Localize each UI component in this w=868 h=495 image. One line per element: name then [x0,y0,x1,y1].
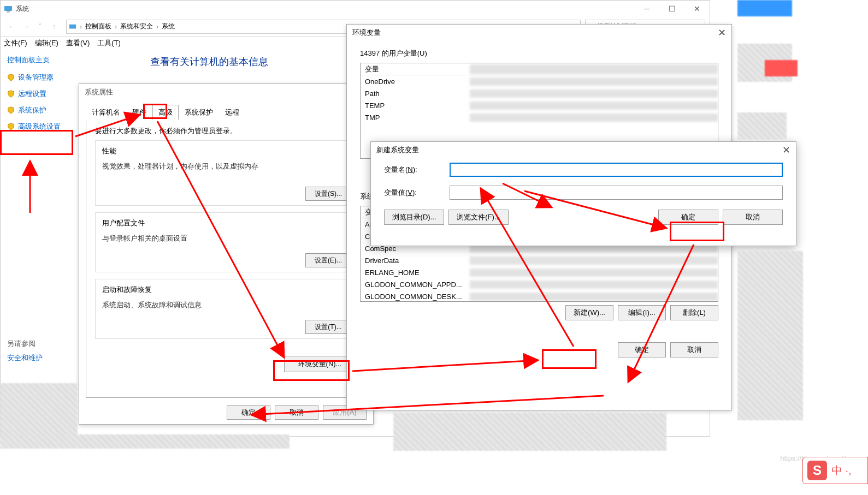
minimize-button[interactable]: ─ [634,1,659,17]
tab-remote[interactable]: 远程 [219,105,245,120]
menu-file[interactable]: 文件(F) [4,38,27,48]
browse-directory-button[interactable]: 浏览目录(D)... [384,210,444,225]
sidebar-item-label: 设备管理器 [18,73,54,82]
ime-badge[interactable]: S 中 ·, [802,457,868,484]
startup-recovery-group: 启动和故障恢复 系统启动、系统故障和调试信息 设置(T)... [95,279,357,339]
breadcrumb-root[interactable]: 控制面板 [85,22,111,31]
variable-value-label: 变量值(V): [384,188,450,198]
ok-button[interactable]: 确定 [227,405,270,420]
group-title: 用户配置文件 [102,218,350,228]
security-maintenance-link[interactable]: 安全和维护 [7,353,70,363]
back-button[interactable]: ← [5,20,18,33]
variable-name-input[interactable] [450,163,783,177]
close-icon[interactable]: ✕ [718,27,726,39]
maximize-button[interactable]: ☐ [659,1,684,17]
new-button[interactable]: 新建(W)... [565,305,613,320]
sidebar-remote-settings[interactable]: 远程设置 [7,89,70,99]
list-row: ERLANG_HOMExxxxxxxxx [361,266,718,278]
tab-advanced[interactable]: 高级 [152,105,179,120]
new-system-variable-dialog: 新建系统变量 ✕ 变量名(N): 变量值(V): 浏览目录(D)... 浏览文件… [370,141,796,246]
edit-button[interactable]: 编辑(I)... [618,305,666,320]
list-row: TEMPxxxxxxxxxxxxxxxxxxxxxxxx [361,99,718,111]
variable-value-row: 变量值(V): [371,181,796,204]
system-icon [69,23,76,31]
dialog-buttons: 确定 取消 [347,342,731,365]
ok-button[interactable]: 确定 [658,210,718,225]
breadcrumb-leaf[interactable]: 系统 [162,22,175,31]
sidebar: 控制面板主页 设备管理器 远程设置 系统保护 高级系统设置 另请参阅 安全和维护 [1,50,77,436]
control-panel-home[interactable]: 控制面板主页 [7,55,70,65]
user-profiles-group: 用户配置文件 与登录帐户相关的桌面设置 设置(E)... [95,212,357,272]
variable-name-row: 变量名(N): [371,158,796,181]
window-title: 系统 [16,4,29,14]
user-vars-label: 14397 的用户变量(U) [360,49,718,58]
cancel-button[interactable]: 取消 [275,405,318,420]
menu-view[interactable]: 查看(V) [66,38,90,48]
tab-hardware[interactable]: 硬件 [126,105,152,120]
svg-rect-1 [7,11,10,13]
tabs: 计算机名 硬件 高级 系统保护 远程 [79,100,373,120]
group-title: 性能 [102,146,350,156]
sidebar-item-label: 系统保护 [18,105,46,115]
svg-rect-0 [4,6,12,11]
blurred-region [0,434,290,449]
blurred-region [765,60,798,76]
group-desc: 系统启动、系统故障和调试信息 [102,300,350,310]
environment-variables-button[interactable]: 环境变量(N)... [284,356,355,372]
close-icon[interactable]: ✕ [782,144,790,156]
tab-system-protection[interactable]: 系统保护 [179,105,219,120]
tab-body: 要进行大多数更改，你必须作为管理员登录。 性能 视觉效果，处理器计划，内存使用，… [86,120,367,398]
sidebar-device-manager[interactable]: 设备管理器 [7,73,70,82]
blurred-region [737,251,803,420]
sidebar-item-label: 远程设置 [18,89,46,99]
ok-button[interactable]: 确定 [618,342,666,357]
system-properties-dialog: 系统属性 计算机名 硬件 高级 系统保护 远程 要进行大多数更改，你必须作为管理… [79,84,374,425]
badge-text: 中 ·, [831,463,852,478]
list-row: Pathxxxxxxxxxxxxxxxxxxxxxxxxxxxxxxxxxxxx [361,87,718,99]
breadcrumb-mid[interactable]: 系统和安全 [120,22,153,31]
performance-settings-button[interactable]: 设置(S)... [305,187,351,201]
list-row: DriverDataxxxxxxxxxxxxxxxxxxx [361,254,718,266]
system-list-buttons: 新建(W)... 编辑(I)... 删除(L) [360,305,718,320]
system-icon [4,4,13,13]
shield-icon [7,74,15,81]
window-controls: ─ ☐ ✕ [634,1,710,17]
up-button[interactable]: ↑ [48,20,61,33]
dialog-title: 新建系统变量 [376,145,419,155]
userprofile-settings-button[interactable]: 设置(E)... [305,253,351,267]
column-variable: 变量 [361,64,470,74]
dialog-title: 环境变量 [352,28,381,38]
forward-button[interactable]: → [19,20,32,33]
dialog-buttons: 确定 取消 应用(A) [227,405,367,420]
variable-value-input[interactable] [450,186,783,200]
close-button[interactable]: ✕ [684,1,710,17]
shield-icon [7,106,15,114]
list-row: GLODON_COMMON_APPD...xxxxxxxxxxxxxxxxxxx… [361,278,718,290]
sidebar-system-protection[interactable]: 系统保护 [7,105,70,115]
cancel-button[interactable]: 取消 [670,342,718,357]
badge-letter: S [807,461,827,480]
sidebar-item-label: 高级系统设置 [18,122,61,132]
blurred-region [393,413,666,451]
browse-file-button[interactable]: 浏览文件(F)... [448,210,509,225]
dropdown-button[interactable]: ˅ [33,20,46,33]
dialog-title: 系统属性 [79,84,373,100]
group-title: 启动和故障恢复 [102,285,350,295]
admin-note: 要进行大多数更改，你必须作为管理员登录。 [95,126,357,136]
list-row: OneDrivexxxxxxxxxxxxxxxxxxxxxxxx [361,75,718,87]
menu-edit[interactable]: 编辑(E) [35,38,58,48]
tab-computer-name[interactable]: 计算机名 [86,105,126,120]
titlebar: 系统 ─ ☐ ✕ [1,1,710,17]
startup-settings-button[interactable]: 设置(T)... [305,320,351,334]
list-row: TMPxxxxxxxxxxxxxxxxxxxxxxxx [361,111,718,123]
delete-button[interactable]: 删除(L) [670,305,718,320]
new-var-buttons: 浏览目录(D)... 浏览文件(F)... 确定 取消 [371,204,796,230]
see-also-label: 另请参阅 [7,339,70,349]
blurred-region [737,0,792,16]
shield-icon [7,123,15,130]
variable-name-label: 变量名(N): [384,165,450,175]
sidebar-advanced-settings[interactable]: 高级系统设置 [7,122,70,132]
cancel-button[interactable]: 取消 [723,210,783,225]
column-value: 值 [470,64,718,74]
menu-tools[interactable]: 工具(T) [97,38,121,48]
